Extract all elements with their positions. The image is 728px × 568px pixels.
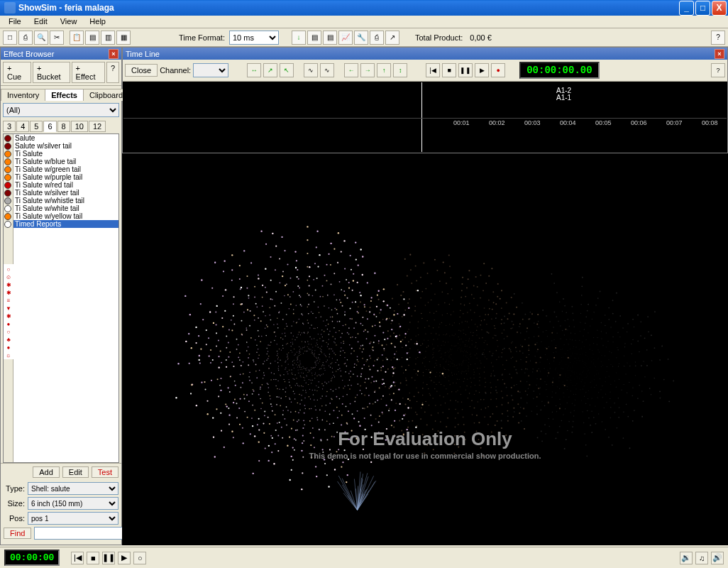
effect-item[interactable]: Ti Salute bbox=[13, 150, 118, 158]
pause-icon[interactable]: ❚❚ bbox=[458, 63, 473, 77]
shape-icon[interactable]: ☼ bbox=[4, 351, 13, 359]
shape-icon[interactable]: ○ bbox=[4, 266, 13, 273]
minimize-button[interactable]: _ bbox=[679, 1, 694, 16]
test-button[interactable]: Test bbox=[92, 466, 118, 478]
tl-nav3-icon[interactable]: ↖ bbox=[280, 63, 294, 77]
list2-icon[interactable]: ▤ bbox=[323, 31, 337, 45]
find-input[interactable] bbox=[34, 527, 126, 540]
effect-item[interactable]: Timed Reports bbox=[13, 220, 118, 228]
add-cue-button[interactable]: + Cue bbox=[3, 62, 31, 83]
playhead-marker[interactable] bbox=[421, 82, 422, 152]
effect-item[interactable]: Ti Salute w/red tail bbox=[13, 181, 118, 189]
tl-right-icon[interactable]: → bbox=[360, 63, 375, 77]
timeline-close-icon[interactable]: × bbox=[715, 49, 724, 59]
time-format-select[interactable]: 10 ms bbox=[229, 31, 279, 45]
type-select[interactable]: Shell: salute bbox=[28, 482, 118, 495]
record-icon[interactable]: ● bbox=[491, 63, 505, 77]
size-tab-4[interactable]: 4 bbox=[16, 121, 29, 132]
add-effect-button[interactable]: + Effect bbox=[72, 62, 105, 83]
tl-wave1-icon[interactable]: ∿ bbox=[304, 63, 318, 77]
size-tab-12[interactable]: 12 bbox=[89, 121, 106, 132]
down-arrow-icon[interactable]: ↓ bbox=[292, 31, 306, 45]
timeline-close-button[interactable]: Close bbox=[125, 64, 158, 77]
effect-item[interactable]: Salute bbox=[13, 134, 118, 142]
size-tab-8[interactable]: 8 bbox=[57, 121, 70, 132]
search-icon[interactable]: 🔍 bbox=[34, 31, 48, 45]
close-button[interactable]: X bbox=[712, 1, 727, 16]
effect-item[interactable]: Ti Salute w/green tail bbox=[13, 165, 118, 173]
sb-record-icon[interactable]: ○ bbox=[133, 552, 146, 564]
filter-select[interactable]: (All) bbox=[3, 103, 119, 117]
tl-nav2-icon[interactable]: ↗ bbox=[263, 63, 277, 77]
shape-icon[interactable]: ✱ bbox=[4, 281, 13, 289]
new-icon[interactable]: □ bbox=[3, 31, 17, 45]
sb-stop-icon[interactable]: ■ bbox=[87, 552, 99, 564]
simulation-view[interactable]: For Evaluation Only This demo is not leg… bbox=[122, 153, 728, 545]
timeline-grid[interactable]: A1-2 A1-1 00:0100:0200:0300:0400:0500:06… bbox=[123, 82, 727, 153]
shape-icon[interactable]: ▼ bbox=[4, 305, 13, 312]
effect-item[interactable]: Ti Salute w/purple tail bbox=[13, 173, 118, 181]
tab-inventory[interactable]: Inventory bbox=[1, 89, 45, 101]
tool1-icon[interactable]: 🔧 bbox=[354, 31, 368, 45]
tl-updown-icon[interactable]: ↕ bbox=[393, 63, 407, 77]
tl-up-icon[interactable]: ↑ bbox=[377, 63, 391, 77]
sb-pause-icon[interactable]: ❚❚ bbox=[102, 552, 115, 564]
effect-item[interactable]: Ti Salute w/blue tail bbox=[13, 158, 118, 165]
play-icon[interactable]: ▶ bbox=[475, 63, 489, 77]
effect-item[interactable]: Salute w/silver tail bbox=[13, 142, 118, 150]
size-tab-5[interactable]: 5 bbox=[30, 121, 43, 132]
sb-music-icon[interactable]: ♫ bbox=[695, 552, 708, 564]
size-select[interactable]: 6 inch (150 mm) bbox=[28, 497, 118, 510]
paste-icon[interactable]: 📋 bbox=[70, 31, 84, 45]
list1-icon[interactable]: ▤ bbox=[307, 31, 321, 45]
menu-file[interactable]: File bbox=[3, 16, 27, 27]
effect-item[interactable]: Ti Salute w/silver tail bbox=[13, 189, 118, 197]
menu-help[interactable]: Help bbox=[84, 16, 111, 27]
cut-icon[interactable]: ✂ bbox=[50, 31, 64, 45]
size-tab-3[interactable]: 3 bbox=[3, 121, 16, 132]
eb-help-button[interactable]: ? bbox=[106, 62, 119, 83]
shape-icon[interactable]: ● bbox=[4, 320, 13, 328]
shape-icon[interactable]: ≡ bbox=[4, 297, 13, 305]
sb-skip-start-icon[interactable]: |◀ bbox=[71, 552, 84, 564]
effect-item[interactable]: Ti Salute w/whistle tail bbox=[13, 197, 118, 204]
tl-wave2-icon[interactable]: ∿ bbox=[320, 63, 334, 77]
shape-icon[interactable]: ✱ bbox=[4, 312, 13, 320]
channel-select[interactable] bbox=[193, 63, 228, 77]
shape-icon[interactable]: ○ bbox=[4, 328, 13, 336]
shape-icon[interactable]: ✱ bbox=[4, 289, 13, 297]
maximize-button[interactable]: □ bbox=[695, 1, 710, 16]
grid-icon[interactable]: ▦ bbox=[116, 31, 131, 45]
effect-item[interactable]: Ti Salute w/yellow tail bbox=[13, 212, 118, 220]
sb-play-icon[interactable]: ▶ bbox=[118, 552, 131, 564]
timeline-help-button[interactable]: ? bbox=[711, 63, 725, 77]
chart-icon[interactable]: 📈 bbox=[338, 31, 353, 45]
shape-icon[interactable]: ☺ bbox=[4, 273, 13, 281]
skip-start-icon[interactable]: |◀ bbox=[426, 63, 440, 77]
stop-icon[interactable]: ■ bbox=[442, 63, 456, 77]
help-toolbar-button[interactable]: ? bbox=[711, 31, 725, 45]
tl-nav1-icon[interactable]: ↔ bbox=[247, 63, 261, 77]
shape-icon[interactable]: ● bbox=[4, 344, 13, 351]
add-button[interactable]: Add bbox=[33, 466, 60, 478]
edit-button[interactable]: Edit bbox=[62, 466, 89, 478]
bars-icon[interactable]: ▥ bbox=[101, 31, 115, 45]
pos-select[interactable]: pos 1 bbox=[28, 512, 118, 525]
tl-left-icon[interactable]: ← bbox=[344, 63, 358, 77]
effect-item[interactable]: Ti Salute w/white tail bbox=[13, 204, 118, 212]
stack-icon[interactable]: ▤ bbox=[85, 31, 99, 45]
effects-list[interactable]: SaluteSalute w/silver tailTi SaluteTi Sa… bbox=[13, 134, 118, 462]
menu-edit[interactable]: Edit bbox=[28, 16, 53, 27]
menu-view[interactable]: View bbox=[55, 16, 83, 27]
effect-browser-close-icon[interactable]: × bbox=[109, 49, 118, 59]
print-icon[interactable]: ⎙ bbox=[18, 31, 33, 45]
sb-volume-icon[interactable]: 🔊 bbox=[711, 552, 724, 564]
size-tab-6[interactable]: 6 bbox=[43, 121, 56, 132]
tool2-icon[interactable]: ⎙ bbox=[370, 31, 384, 45]
add-bucket-button[interactable]: + Bucket bbox=[33, 62, 70, 83]
shape-icon[interactable]: ♣ bbox=[4, 336, 13, 344]
sb-speaker-icon[interactable]: 🔉 bbox=[680, 552, 693, 564]
tab-effects[interactable]: Effects bbox=[45, 89, 84, 101]
find-button[interactable]: Find bbox=[4, 528, 31, 539]
export-icon[interactable]: ↗ bbox=[385, 31, 399, 45]
